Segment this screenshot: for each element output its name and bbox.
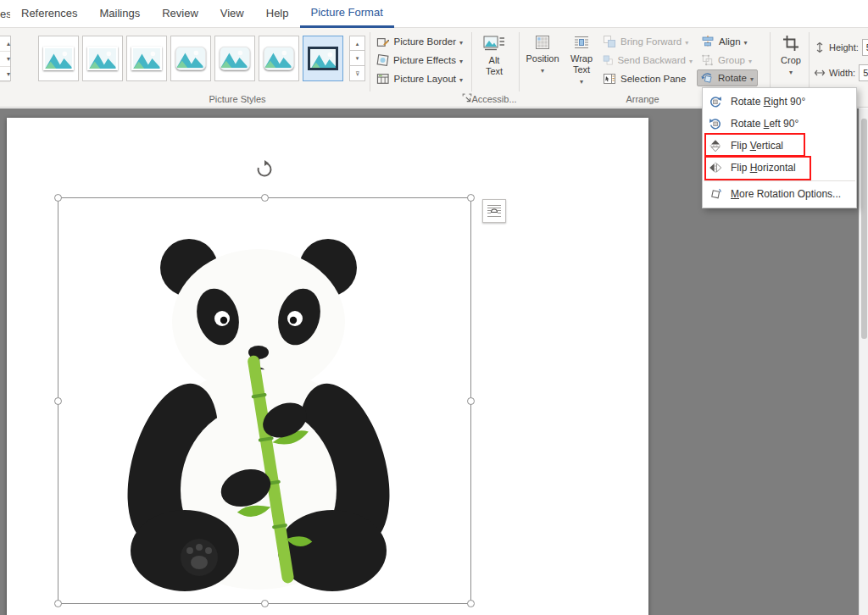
chevron-down-icon [682,36,688,47]
menu-separator [704,180,855,181]
menu-item-rotate-right-90[interactable]: Rotate Right 90° [703,91,856,113]
layout-options-button[interactable] [482,199,506,223]
menu-item-rotate-left-90[interactable]: Rotate Left 90° [703,113,856,135]
tab-fragment: es [0,0,10,28]
picture-border-button[interactable]: Picture Border [374,33,465,50]
chevron-down-icon [580,75,583,86]
rotate-icon [700,71,714,85]
picture-layout-button[interactable]: Picture Layout [374,70,465,87]
picture-effects-button[interactable]: Picture Effects [374,52,465,69]
landscape-icon [87,47,118,70]
image-selection-box [58,197,471,604]
rotation-handle-icon[interactable] [254,159,275,180]
menu-item-label: Flip Vertical [731,140,783,152]
rotate-button[interactable]: Rotate [697,69,758,86]
landscape-icon [175,47,206,70]
send-backward-icon [603,53,613,67]
picture-style-thumb[interactable] [38,36,79,81]
send-backward-button: Send Backward [600,52,695,69]
align-icon [701,35,715,48]
width-field-row: Width: 5 [814,64,868,82]
height-input[interactable]: 5 [862,39,868,56]
tab-picture-format[interactable]: Picture Format [300,0,394,28]
group-icon [701,53,714,67]
resize-handle-top-right[interactable] [467,194,475,202]
width-icon [814,67,826,79]
word-window: es References Mailings Review View Help … [0,0,868,615]
picture-styles-group-label: Picture Styles [38,94,437,104]
rotate-right-icon [709,95,724,108]
picture-style-thumb[interactable] [126,36,167,81]
resize-handle-middle-right[interactable] [467,397,475,405]
selection-pane-icon [603,72,616,86]
resize-handle-bottom-right[interactable] [467,600,475,607]
position-icon [535,35,550,50]
landscape-icon [308,47,338,70]
more-rotation-options-icon [709,187,724,201]
separator [770,32,771,91]
menu-item-label: Flip Horizontal [731,162,796,174]
resize-handle-top-left[interactable] [54,194,62,202]
resize-handle-middle-left[interactable] [54,397,62,405]
flip-vertical-icon [709,139,724,152]
height-field-row: Height: 5 [814,38,868,57]
separator [519,32,520,91]
flip-horizontal-icon [709,161,724,175]
alt-text-button[interactable]: Alt Text [475,32,514,93]
menu-item-flip-vertical[interactable]: Flip Vertical [703,135,856,157]
align-button[interactable]: Align [698,33,754,50]
picture-effects-icon [376,53,389,67]
chevron-up-icon: ▴ [0,36,10,52]
picture-style-thumb[interactable] [82,36,123,81]
separator [370,32,370,91]
ribbon-tabbar: es References Mailings Review View Help … [0,0,868,28]
resize-handle-top-center[interactable] [261,194,269,202]
selection-pane-button[interactable]: Selection Pane [600,70,695,87]
wrap-text-icon [574,35,589,50]
crop-button[interactable]: Crop [775,32,807,93]
resize-handle-bottom-center[interactable] [261,600,269,607]
picture-style-thumb[interactable] [214,36,255,81]
gallery-more-button[interactable]: ⊽ [349,66,365,81]
bring-forward-icon [603,35,616,48]
picture-border-icon [376,35,389,48]
tab-help[interactable]: Help [255,0,300,28]
picture-style-thumb[interactable] [170,36,211,81]
alt-text-icon [483,35,505,52]
chevron-down-icon [741,36,748,47]
resize-handle-bottom-left[interactable] [54,600,62,607]
tab-review[interactable]: Review [151,0,209,28]
ribbon-left-fragment: ▴ ▾ ▾ [0,36,11,81]
vertical-scrollbar[interactable] [859,108,868,615]
chevron-down-icon [686,55,693,65]
chevron-down-icon [789,66,793,76]
chevron-down-icon [747,73,754,83]
menu-item-flip-horizontal[interactable]: Flip Horizontal [703,157,856,179]
position-button[interactable]: Position [524,32,561,93]
landscape-icon [131,47,162,70]
landscape-icon [220,47,250,70]
gallery-scroll-up-button[interactable]: ▴ [349,36,365,51]
gallery-scroll: ▴ ▾ ⊽ [349,36,365,81]
picture-style-thumb-selected[interactable] [303,36,343,81]
chevron-down-icon [456,55,463,65]
gallery-more-icon: ▾ [0,67,10,82]
bring-forward-button: Bring Forward [600,33,695,50]
tab-view[interactable]: View [209,0,255,28]
scrollbar-thumb[interactable] [861,119,867,339]
crop-icon [782,35,799,52]
menu-item-label: Rotate Left 90° [731,118,798,130]
tab-references[interactable]: References [10,0,88,28]
picture-style-thumb[interactable] [259,36,299,81]
wrap-text-button[interactable]: Wrap Text [563,32,600,93]
accessibility-group-label: Accessib... [465,94,524,104]
height-icon [814,42,826,53]
picture-layout-icon [376,72,389,86]
width-input[interactable]: 5 [859,64,868,81]
tab-mailings[interactable]: Mailings [88,0,151,28]
landscape-icon [264,47,294,70]
chevron-down-icon [456,74,463,84]
menu-item-more-rotation-options[interactable]: More Rotation Options... [703,183,856,205]
gallery-scroll-down-button[interactable]: ▾ [349,51,365,66]
separator [471,32,472,91]
